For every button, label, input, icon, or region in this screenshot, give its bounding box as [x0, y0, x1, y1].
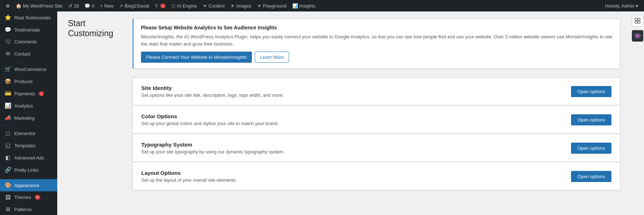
- typography-system-card: Typography System Set up your site typog…: [132, 134, 620, 162]
- real-testimonials-icon: ⭐: [4, 14, 11, 21]
- marketing-icon: 📣: [4, 115, 11, 121]
- typography-system-desc: Set up your site typography by using our…: [141, 149, 285, 154]
- color-options-desc: Set up your global colors and stylize yo…: [141, 121, 279, 126]
- sidebar-item-payments[interactable]: 💳 Payments 1: [0, 87, 57, 100]
- site-identity-card: Site Identity Set options like your site…: [132, 77, 620, 105]
- woocommerce-icon: 🛒: [4, 66, 11, 72]
- site-identity-open-button[interactable]: Open options: [571, 86, 611, 97]
- payments-badge: 1: [39, 91, 44, 96]
- comments-menu-icon: 🗨: [4, 39, 11, 45]
- sidebar-item-advanced-ads[interactable]: ◧ Advanced Ads: [0, 152, 57, 164]
- sidebar-item-real-testimonials[interactable]: ⭐ Real Testimonials: [0, 11, 57, 24]
- sidebar-item-contact[interactable]: ✉ Contact: [0, 48, 57, 60]
- templates-icon: ◱: [4, 142, 11, 149]
- adminbar-yoast[interactable]: Y 1: [152, 0, 169, 11]
- sidebar-item-testimonials[interactable]: 💬 Testimonials: [0, 24, 57, 36]
- typography-system-title: Typography System: [141, 142, 285, 148]
- svg-rect-3: [638, 21, 640, 23]
- adminbar-updates[interactable]: ↺ 18: [65, 0, 82, 11]
- site-identity-title: Site Identity: [141, 85, 284, 91]
- yoast-icon: Y: [155, 3, 158, 9]
- adminbar-wp-logo[interactable]: ⊕: [3, 0, 13, 11]
- adminbar-comments[interactable]: 💬 0: [82, 0, 97, 11]
- comments-icon: 💬: [84, 3, 90, 9]
- yoast-badge: 1: [160, 4, 166, 8]
- sidebar-item-woocommerce[interactable]: 🛒 WooCommerce: [0, 63, 57, 75]
- layout-options-open-button[interactable]: Open options: [571, 171, 611, 182]
- adminbar-site-name[interactable]: 🏠 My WordPress Site: [13, 0, 65, 11]
- adminbar-ai-engine[interactable]: ⬡ AI Engine: [169, 0, 200, 11]
- wp-icon: ⊕: [6, 3, 10, 9]
- content-area: Start Customizing Please Setup Website A…: [57, 11, 631, 215]
- connect-monsterinsights-button[interactable]: Please Connect Your Website to MonsterIn…: [141, 52, 252, 63]
- appearance-icon: 🎨: [4, 182, 11, 188]
- patterns-icon: ⊞: [4, 206, 11, 212]
- insights-icon: 📊: [292, 3, 298, 9]
- layout-options-title: Layout Options: [141, 170, 237, 176]
- layout-options-card: Layout Options Set up the layout of your…: [132, 163, 620, 190]
- sidebar-item-elementor[interactable]: ◻ Elementor: [0, 127, 57, 139]
- adminbar-user[interactable]: Howdy, Admin ▾: [602, 3, 641, 9]
- sidebar-item-products[interactable]: 📦 Products: [0, 75, 57, 87]
- notice-title: Please Setup Website Analytics to See Au…: [141, 25, 613, 30]
- admin-bar: ⊕ 🏠 My WordPress Site ↺ 18 💬 0 + New ↗ B…: [0, 0, 644, 11]
- sidebar-item-templates[interactable]: ◱ Templates: [0, 139, 57, 152]
- advanced-ads-icon: ◧: [4, 154, 11, 161]
- svg-rect-1: [638, 18, 640, 20]
- typography-system-info: Typography System Set up your site typog…: [141, 142, 285, 154]
- themes-icon: 🖼: [4, 194, 11, 200]
- page-title: Start Customizing: [68, 19, 122, 38]
- monster-icon-btn[interactable]: 👾: [632, 30, 643, 42]
- adminbar-playground[interactable]: ☀ Playground: [254, 0, 289, 11]
- customize-icon-btn[interactable]: [632, 15, 643, 27]
- color-options-title: Color Options: [141, 113, 279, 119]
- payments-icon: 💳: [4, 90, 11, 97]
- site-identity-desc: Set options like your site title, descri…: [141, 92, 284, 98]
- content-icon: ☀: [203, 3, 207, 9]
- layout-options-desc: Set up the layout of your overall site e…: [141, 177, 237, 183]
- sidebar-item-appearance[interactable]: 🎨 Appearance: [0, 179, 57, 191]
- typography-system-open-button[interactable]: Open options: [571, 143, 611, 154]
- svg-rect-2: [635, 21, 637, 23]
- sidebar-item-marketing[interactable]: 📣 Marketing: [0, 112, 57, 124]
- elementor-icon: ◻: [4, 130, 11, 137]
- ai-engine-icon: ⬡: [171, 3, 175, 9]
- adminbar-content[interactable]: ☀ Content: [200, 0, 228, 11]
- products-icon: 📦: [4, 78, 11, 85]
- themes-badge: 6: [35, 195, 40, 200]
- sidebar-item-patterns[interactable]: ⊞ Patterns: [0, 203, 57, 215]
- sidebar-item-themes[interactable]: 🖼 Themes 6: [0, 191, 57, 203]
- main-layout: ⭐ Real Testimonials 💬 Testimonials 🗨 Com…: [0, 11, 644, 215]
- sidebar-item-pretty-links[interactable]: 🔗 Pretty Links: [0, 164, 57, 176]
- updates-icon: ↺: [68, 3, 72, 9]
- site-identity-info: Site Identity Set options like your site…: [141, 85, 284, 98]
- playground-icon: ☀: [257, 3, 262, 9]
- analytics-icon: 📊: [4, 102, 11, 109]
- contact-icon: ✉: [4, 51, 11, 57]
- sidebar-item-analytics[interactable]: 📊 Analytics: [0, 100, 57, 112]
- right-panel: 👾: [631, 11, 644, 215]
- svg-rect-0: [635, 18, 637, 20]
- site-home-icon: 🏠: [16, 3, 21, 9]
- color-options-card: Color Options Set up your global colors …: [132, 106, 620, 134]
- adminbar-images[interactable]: ☀ Images: [228, 0, 254, 11]
- adminbar-insights[interactable]: 📊 Insights: [289, 0, 318, 11]
- notice-buttons: Please Connect Your Website to MonsterIn…: [141, 52, 613, 63]
- monsterinsights-notice: Please Setup Website Analytics to See Au…: [132, 19, 620, 69]
- testimonials-icon: 💬: [4, 27, 11, 33]
- images-icon: ☀: [230, 3, 235, 9]
- adminbar-blog2social[interactable]: ↗ Blog2Social: [116, 0, 152, 11]
- options-list: Site Identity Set options like your site…: [132, 77, 620, 190]
- color-options-open-button[interactable]: Open options: [571, 114, 611, 125]
- pretty-links-icon: 🔗: [4, 167, 11, 173]
- layout-options-info: Layout Options Set up the layout of your…: [141, 170, 237, 183]
- blog2social-icon: ↗: [119, 3, 123, 9]
- sidebar: ⭐ Real Testimonials 💬 Testimonials 🗨 Com…: [0, 11, 57, 215]
- sidebar-item-comments[interactable]: 🗨 Comments: [0, 36, 57, 48]
- plus-icon: +: [100, 3, 103, 9]
- color-options-info: Color Options Set up your global colors …: [141, 113, 279, 126]
- notice-text: MonsterInsights, the #1 WordPress Analyt…: [141, 33, 613, 47]
- adminbar-new[interactable]: + New: [97, 0, 117, 11]
- learn-more-button[interactable]: Learn More: [255, 52, 289, 63]
